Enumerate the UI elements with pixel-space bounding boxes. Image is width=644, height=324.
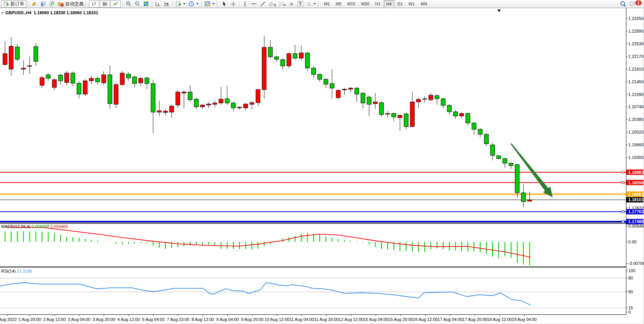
svg-text:8 Aug 12:00: 8 Aug 12:00	[192, 317, 214, 322]
macd-main-value: 0.006968	[31, 224, 49, 229]
tf-button-m15[interactable]: M15	[345, 0, 358, 8]
profiles-button[interactable]	[203, 0, 216, 8]
chart-shift-button[interactable]	[163, 0, 171, 8]
toolbar-grip	[217, 1, 219, 7]
svg-text:1.23250: 1.23250	[628, 16, 644, 21]
strategy-tester-button[interactable]	[39, 0, 47, 8]
toolbar-grip	[85, 1, 87, 7]
zoom-in-button[interactable]	[124, 0, 133, 8]
tf-button-h1[interactable]: H1	[373, 0, 383, 8]
tf-button-m1[interactable]: M1	[321, 0, 332, 8]
notification-badge: 1	[635, 0, 642, 5]
svg-text:1.19660: 1.19660	[628, 142, 644, 147]
separator	[152, 1, 152, 7]
tf-button-m30[interactable]: M30	[358, 0, 372, 8]
svg-text:1.20380: 1.20380	[628, 117, 644, 122]
line-chart-button[interactable]	[110, 0, 121, 8]
fibo-glyph: F	[284, 3, 286, 7]
notifications-button[interactable]: 1	[628, 0, 643, 8]
crosshair-icon	[230, 1, 236, 7]
toolbar: 新订单 自动交易	[0, 0, 644, 8]
tf-button-h4[interactable]: H4	[384, 0, 394, 8]
svg-text:3 Aug 20:00: 3 Aug 20:00	[93, 317, 115, 322]
tile-windows-icon	[143, 1, 149, 7]
new-order-icon	[3, 1, 9, 7]
arrows-button[interactable]	[305, 0, 317, 8]
periodicity-button[interactable]	[187, 0, 200, 8]
auto-scroll-button[interactable]	[154, 0, 162, 8]
candlestick-button[interactable]	[100, 0, 110, 8]
svg-text:1.21450: 1.21450	[628, 79, 644, 84]
chart-shift-icon	[164, 1, 170, 7]
zoom-out-icon	[134, 1, 140, 7]
quotes-radar-button[interactable]	[48, 0, 56, 8]
svg-text:1.19300: 1.19300	[628, 155, 644, 160]
svg-text:5 Aug 04:00: 5 Aug 04:00	[142, 317, 165, 322]
bar-chart-icon	[91, 1, 97, 7]
horizontal-line-button[interactable]	[250, 0, 258, 8]
separator	[239, 1, 239, 7]
macd-indicator: 0.0054930.00-0.007562	[5, 224, 644, 266]
new-order-button[interactable]: 新订单	[1, 0, 26, 8]
tf-button-d1[interactable]: D1	[395, 0, 406, 8]
svg-text:1.22530: 1.22530	[628, 41, 644, 46]
trendline-icon	[260, 1, 266, 7]
rsi-value: 21.3156	[17, 269, 32, 273]
pane-borders	[0, 8, 644, 324]
svg-text:Aug 2022: Aug 2022	[0, 317, 17, 322]
svg-text:-0.007562: -0.007562	[628, 261, 644, 266]
fibonacci-button[interactable]: F	[278, 0, 287, 8]
text-button[interactable]: A	[287, 0, 296, 8]
metaeditor-button[interactable]	[30, 0, 38, 8]
equidistant-channel-button[interactable]: E	[267, 0, 277, 8]
line-chart-icon	[113, 1, 118, 7]
svg-text:1.17480: 1.17480	[628, 219, 644, 224]
dropdown-caret	[314, 3, 316, 5]
svg-text:7 Aug 23:00: 7 Aug 23:00	[167, 317, 189, 322]
new-chart-icon	[176, 1, 181, 7]
zoom-in-icon	[125, 1, 131, 7]
svg-text:1.20020: 1.20020	[628, 130, 644, 134]
svg-text:100: 100	[628, 268, 635, 273]
chat-bubble-icon	[629, 1, 636, 7]
search-icon	[620, 1, 626, 7]
svg-text:0.005493: 0.005493	[628, 224, 644, 228]
chart-symbol-period: GBPUSD-,H4	[5, 10, 31, 15]
bar-chart-button[interactable]	[89, 0, 99, 8]
candlestick-icon	[102, 1, 108, 7]
svg-text:50: 50	[628, 289, 633, 294]
separator	[172, 1, 173, 7]
svg-text:9 Aug 20:00: 9 Aug 20:00	[241, 317, 264, 322]
svg-text:18 Aug 12:00: 18 Aug 12:00	[487, 317, 512, 322]
text-label-button[interactable]: T	[296, 0, 304, 8]
macd-signal-value: 0.004465	[50, 224, 68, 229]
search-button[interactable]	[619, 0, 628, 8]
arrows-icon	[306, 1, 312, 7]
macd-indicator-label: MACD(12,26,9) 0.006968 0.004465	[1, 224, 68, 229]
vertical-line-button[interactable]	[241, 0, 249, 8]
svg-text:17 Aug 20:00: 17 Aug 20:00	[462, 317, 487, 322]
new-chart-button[interactable]	[174, 0, 187, 8]
autotrading-button[interactable]: 自动交易	[56, 0, 85, 8]
tf-button-mn[interactable]: MN	[418, 0, 430, 8]
crosshair-button[interactable]	[229, 0, 237, 8]
candlestick-series	[3, 36, 532, 207]
tile-windows-button[interactable]	[142, 0, 150, 8]
chart-shift-marker-icon[interactable]	[497, 10, 501, 12]
macd-name: MACD(12,26,9)	[1, 224, 30, 229]
horizontal-level-lines[interactable]	[0, 171, 626, 223]
autotrading-label: 自动交易	[65, 1, 84, 7]
auto-scroll-icon	[155, 1, 161, 7]
svg-text:80: 80	[628, 276, 633, 280]
chart-area[interactable]: 1.232501.228901.225301.221701.218101.214…	[0, 0, 644, 324]
svg-text:11 Aug 04:00: 11 Aug 04:00	[289, 317, 314, 322]
tf-button-w1[interactable]: W1	[406, 0, 418, 8]
trendline-button[interactable]	[258, 0, 267, 8]
separator	[122, 1, 123, 7]
cursor-button[interactable]	[220, 0, 228, 8]
svg-text:15 Aug 20:00: 15 Aug 20:00	[388, 317, 413, 322]
tf-button-m5[interactable]: M5	[333, 0, 344, 8]
svg-text:1.20740: 1.20740	[628, 104, 644, 109]
zoom-out-button[interactable]	[133, 0, 141, 8]
time-axis: Aug 20221 Aug 20:002 Aug 12:003 Aug 04:0…	[0, 314, 537, 322]
